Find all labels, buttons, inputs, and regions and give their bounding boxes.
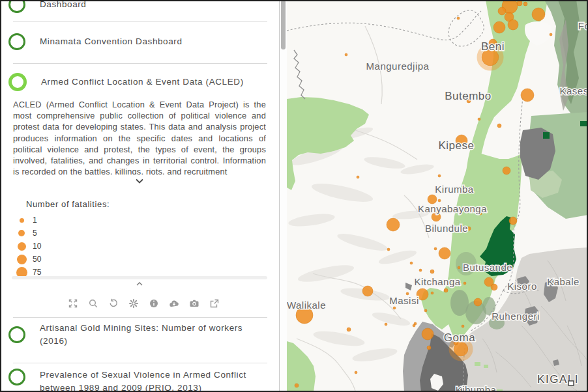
legend-row: 5 <box>0 227 196 240</box>
collapse-panel-chevron[interactable] <box>0 282 279 286</box>
radio-circle-icon[interactable] <box>8 0 25 13</box>
event-circle[interactable] <box>424 309 427 312</box>
event-circle[interactable] <box>357 176 359 178</box>
event-circle[interactable] <box>419 269 422 272</box>
event-circle[interactable] <box>427 346 431 350</box>
scrollbar-thumb[interactable] <box>281 0 286 49</box>
reset-icon[interactable] <box>108 298 119 309</box>
layer-label: Armed Conflict Location & Event Data (AC… <box>41 76 244 89</box>
event-circle[interactable] <box>463 282 466 285</box>
event-circle[interactable] <box>523 2 527 6</box>
legend-value: 75 <box>33 268 41 277</box>
radio-circle-icon[interactable] <box>8 33 25 50</box>
place-label: Ruhengeri <box>492 311 540 322</box>
layer-item-gold-mining[interactable]: Artisanal Gold Mining Sites: Number of w… <box>0 322 272 348</box>
event-circle[interactable] <box>478 118 480 120</box>
map-canvas[interactable]: ManguredjipaBeniButemboKaseseFoKipeseKir… <box>287 0 588 392</box>
radio-circle-icon[interactable] <box>8 326 25 343</box>
event-circle[interactable] <box>498 7 506 15</box>
acled-description: ACLED (Armed Conflict Location & Event D… <box>13 99 266 175</box>
place-label: Kasese <box>559 85 588 96</box>
place-label: Fo <box>578 20 588 31</box>
layer-item-sexual-violence[interactable]: Prevalence of Sexual Violence in Armed C… <box>0 369 272 392</box>
event-circle[interactable] <box>393 307 396 309</box>
legend-row: 50 <box>0 253 196 266</box>
event-circle[interactable] <box>345 53 347 56</box>
place-label: Kipese <box>439 139 475 152</box>
event-circle[interactable] <box>387 218 400 231</box>
settings-icon[interactable] <box>128 298 139 309</box>
capital-marker <box>568 381 574 385</box>
layer-item-dashboard[interactable]: Dashboard <box>0 0 272 13</box>
divider <box>13 63 267 64</box>
event-circle[interactable] <box>438 175 441 177</box>
radio-circle-icon[interactable] <box>8 369 25 385</box>
place-label: Beni <box>481 40 505 53</box>
capital-square-icon <box>568 381 574 385</box>
legend-title: Number of fatalities: <box>26 199 110 209</box>
chevron-down-icon <box>135 178 144 184</box>
event-circle[interactable] <box>428 195 437 204</box>
divider <box>13 317 267 318</box>
event-circle[interactable] <box>410 262 413 264</box>
event-circle[interactable] <box>474 298 482 306</box>
event-circle[interactable] <box>438 199 441 202</box>
event-circle[interactable] <box>414 322 417 325</box>
camera-icon[interactable] <box>189 298 199 309</box>
layer-label: Minamata Convention Dashboard <box>40 35 183 48</box>
event-circle[interactable] <box>362 286 373 296</box>
legend-value: 5 <box>33 229 37 238</box>
legend-value: 10 <box>33 242 41 251</box>
place-label: Kanyabayonga <box>418 203 487 214</box>
sidebar-scrollbar[interactable] <box>279 0 287 392</box>
event-circle[interactable] <box>355 371 357 374</box>
layer-item-minamata[interactable]: Minamata Convention Dashboard <box>0 33 272 50</box>
event-circle[interactable] <box>387 248 390 251</box>
place-label: Bilundule <box>425 223 468 234</box>
fatality-dot-icon <box>17 255 27 264</box>
event-circle[interactable] <box>462 325 464 328</box>
legend-value: 50 <box>33 255 41 264</box>
layer-label: Prevalence of Sexual Violence in Armed C… <box>40 369 268 392</box>
fatality-dot-icon <box>20 218 24 223</box>
place-label: Goma <box>444 331 475 344</box>
event-circle[interactable] <box>385 323 387 326</box>
layer-item-acled[interactable]: Armed Conflict Location & Event Data (AC… <box>0 73 272 91</box>
fatalities-legend: 15105075 <box>0 214 196 279</box>
event-circle[interactable] <box>295 384 299 387</box>
event-circle[interactable] <box>347 328 351 331</box>
place-label: Kabale <box>547 276 580 287</box>
event-circle[interactable] <box>532 8 545 21</box>
place-label: Manguredjipa <box>366 61 430 72</box>
event-circle[interactable] <box>422 328 434 340</box>
download-icon[interactable] <box>169 298 179 309</box>
event-circle[interactable] <box>444 288 448 292</box>
expand-description-chevron[interactable] <box>0 178 279 184</box>
event-circle[interactable] <box>457 17 460 20</box>
event-circle[interactable] <box>493 21 505 33</box>
event-circle[interactable] <box>434 247 437 250</box>
layer-label: Artisanal Gold Mining Sites: Number of w… <box>40 322 261 348</box>
event-circle[interactable] <box>458 266 460 269</box>
event-circle[interactable] <box>431 292 434 294</box>
event-circle[interactable] <box>521 89 534 102</box>
fatality-dot-icon <box>18 242 26 251</box>
event-circle[interactable] <box>503 167 510 175</box>
zoom-icon[interactable] <box>88 298 98 309</box>
event-circle[interactable] <box>508 20 518 30</box>
event-circle[interactable] <box>491 284 497 290</box>
expand-icon[interactable] <box>68 298 78 309</box>
place-label: Walikale <box>287 300 326 311</box>
divider <box>13 21 267 22</box>
event-circle[interactable] <box>550 33 552 36</box>
chevron-up-icon <box>136 282 143 286</box>
info-icon[interactable] <box>149 298 159 309</box>
horizontal-scrollbar[interactable] <box>12 276 267 279</box>
event-circle[interactable] <box>439 247 450 259</box>
event-circle[interactable] <box>509 217 517 225</box>
event-circle[interactable] <box>430 270 434 273</box>
external-link-icon[interactable] <box>209 298 220 309</box>
event-circle[interactable] <box>497 124 501 128</box>
legend-value: 1 <box>33 216 37 225</box>
radio-circle-selected-icon[interactable] <box>8 73 27 91</box>
